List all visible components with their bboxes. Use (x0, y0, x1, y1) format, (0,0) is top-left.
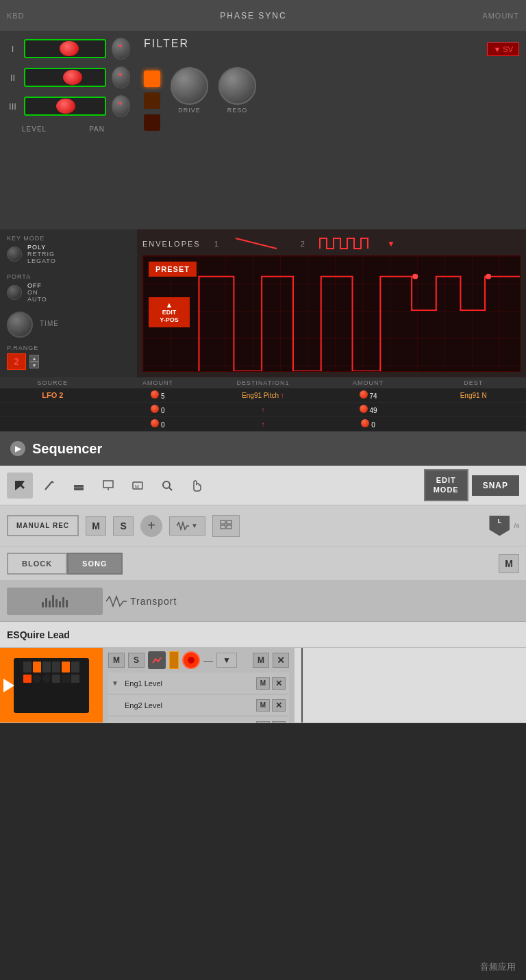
slider-thumb-3[interactable] (56, 99, 75, 114)
synth-knob-1 (23, 675, 32, 683)
block-mode-tab[interactable]: BLOCK (7, 553, 67, 575)
sequencer-icon: ▶ (10, 441, 25, 456)
auto-x-btn-3[interactable]: ✕ (272, 721, 286, 724)
wave-dropdown[interactable]: ▼ (169, 516, 205, 536)
svg-marker-2 (15, 481, 25, 490)
knob-dot-2 (119, 73, 122, 76)
mod-dest2-1: Eng91 N (421, 392, 526, 399)
hand-tool-button[interactable] (184, 473, 210, 499)
key-mode-options: POLY RETRIG LEGATO (27, 244, 56, 264)
filter-led-3[interactable] (144, 114, 160, 131)
auto-m-btn-2[interactable]: M (256, 699, 270, 712)
synth-key-3 (42, 662, 51, 673)
track-s-btn[interactable]: S (128, 653, 145, 668)
slider-thumb-2[interactable] (63, 70, 82, 85)
synth-knob-4 (52, 675, 60, 683)
manual-rec-button[interactable]: MANUAL REC (7, 515, 79, 536)
song-mode-tab[interactable]: SONG (67, 553, 122, 575)
filter-led-1[interactable] (144, 71, 160, 87)
transport-label: Transport (130, 596, 177, 607)
mod-col-amount1: AMOUNT (105, 379, 211, 386)
mod-amount1-2: 0 (105, 405, 211, 414)
porta-off[interactable]: OFF (27, 282, 47, 289)
mod-amount1-3: 0 (105, 419, 211, 429)
slider-track-3[interactable] (24, 97, 106, 116)
magnify-tool-button[interactable] (154, 473, 180, 499)
track-block-indicator (169, 651, 179, 669)
transport-mini-widget (7, 588, 103, 615)
reso-knob[interactable] (218, 67, 256, 105)
auto-m-btn-1[interactable]: M (256, 677, 270, 690)
track-section: ESQuire Lead (0, 622, 526, 723)
pan-knob-1[interactable] (112, 38, 130, 60)
mod-col-amount2: AMOUNT (316, 379, 421, 386)
modes-m-button[interactable]: M (499, 554, 519, 573)
key-mode-row: POLY RETRIG LEGATO (7, 244, 130, 264)
mod-col-source: SOURCE (0, 379, 105, 386)
slider-track-2[interactable] (24, 68, 106, 87)
grid-button[interactable] (212, 515, 240, 537)
sv-badge[interactable]: ▼ SV (487, 42, 519, 56)
track-auto-icon[interactable] (148, 651, 166, 669)
key-mode-knob[interactable] (7, 247, 22, 262)
svg-marker-7 (103, 481, 113, 488)
key-poly[interactable]: POLY (27, 244, 56, 251)
drive-knob[interactable] (171, 67, 208, 105)
track-dropdown[interactable]: ▼ (216, 653, 237, 668)
mod-row-1: LFO 2 5 Eng91 Pitch ↑ 74 Eng91 N (0, 388, 526, 403)
auto-x-btn-1[interactable]: ✕ (272, 677, 286, 690)
svg-point-11 (163, 481, 170, 488)
track-m-btn[interactable]: M (108, 653, 125, 668)
pan-knob-3[interactable] (112, 95, 130, 117)
prange-down[interactable]: ▼ (29, 362, 39, 368)
slider-track-1[interactable] (24, 39, 106, 58)
filter-led-col (144, 71, 160, 131)
track-rec-button[interactable] (182, 651, 200, 669)
porta-on[interactable]: ON (27, 289, 47, 296)
eraser-tool-button[interactable] (66, 473, 92, 499)
pan-knob-2[interactable] (112, 66, 130, 88)
midi-tool-button[interactable]: M (125, 473, 151, 499)
add-button[interactable]: + (140, 515, 162, 537)
track-dash: — (203, 655, 213, 666)
prange-section: P.RANGE 2 ▲ ▼ (7, 344, 130, 370)
filter-led-2[interactable] (144, 92, 160, 109)
key-legato[interactable]: LEGATO (27, 257, 56, 264)
slider-thumb-1[interactable] (60, 41, 79, 56)
transport-row: Transport (0, 581, 526, 622)
prange-arrows: ▲ ▼ (29, 355, 39, 368)
sequencer-panel: ▶ Sequencer M (0, 431, 526, 723)
auto-x-btn-2[interactable]: ✕ (272, 699, 286, 712)
paint-tool-button[interactable] (95, 473, 121, 499)
slider-label-3: III (7, 101, 18, 112)
edit-mode-button[interactable]: EDITMODE (424, 469, 468, 501)
m-button[interactable]: M (86, 516, 106, 536)
transport-line-1 (42, 602, 44, 607)
snap-button[interactable]: SNAP (472, 475, 519, 496)
slider-row-2: II (7, 66, 130, 88)
track-thumbnail (0, 648, 103, 723)
env-display[interactable]: PRESET ▲ EDITY-POS (142, 255, 521, 372)
porta-knob[interactable] (7, 285, 22, 300)
mod-dest1-3: ↑ (210, 420, 316, 428)
prange-up[interactable]: ▲ (29, 355, 39, 362)
key-retrig[interactable]: RETRIG (27, 251, 56, 257)
track-m-btn-right[interactable]: M (253, 653, 269, 668)
pencil-tool-button[interactable] (36, 473, 62, 499)
synth-display-row2 (17, 675, 86, 683)
key-mode-section: KEY MODE POLY RETRIG LEGATO PORTA OFF (0, 229, 137, 377)
prange-value: 2 (7, 353, 26, 370)
phase-sync-label: PHASE SYNC (220, 11, 286, 21)
mod-dest1-1: Eng91 Pitch ↑ (210, 392, 316, 399)
arrow-tool-button[interactable] (7, 473, 33, 499)
mod-led-3 (151, 405, 159, 413)
track-x-btn[interactable]: ✕ (273, 653, 289, 668)
porta-auto[interactable]: AUTO (27, 296, 47, 303)
mod-header: SOURCE AMOUNT DESTINATION1 AMOUNT DEST (0, 377, 526, 388)
s-button[interactable]: S (113, 516, 134, 536)
transport-line-3 (49, 601, 51, 607)
time-knob[interactable] (7, 312, 33, 338)
synth-key-4 (52, 662, 60, 673)
auto-m-btn-3[interactable]: M (256, 721, 270, 724)
synth-knob-5 (62, 675, 70, 683)
